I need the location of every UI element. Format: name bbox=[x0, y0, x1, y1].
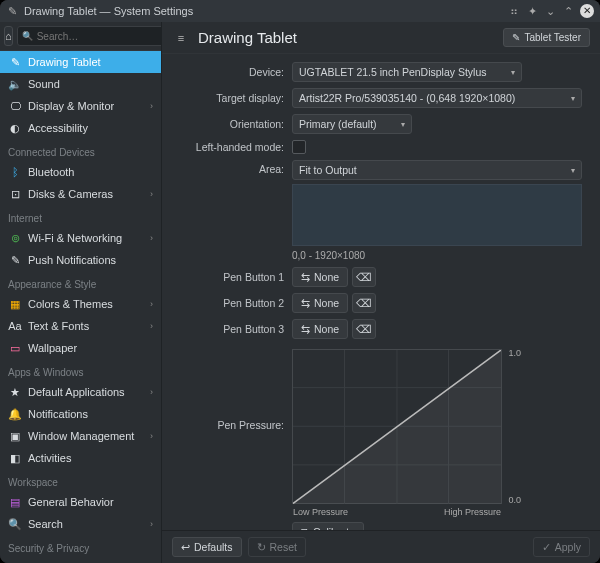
pen-button-1-clear[interactable]: ⌫ bbox=[352, 267, 376, 287]
pressure-curve-graph bbox=[293, 350, 501, 504]
sidebar-item-label: Text & Fonts bbox=[28, 320, 89, 332]
sidebar-item-colors[interactable]: ▦Colors & Themes› bbox=[0, 293, 161, 315]
pen-button-2-binding[interactable]: ⇆None bbox=[292, 293, 348, 313]
label: Device: bbox=[166, 66, 292, 78]
defaults-button[interactable]: ↩Defaults bbox=[172, 537, 242, 557]
sidebar-item-search[interactable]: 🔍Search› bbox=[0, 513, 161, 535]
home-icon: ⌂ bbox=[5, 30, 12, 42]
left-handed-checkbox[interactable] bbox=[292, 140, 306, 154]
pen-button-3-binding[interactable]: ⇆None bbox=[292, 319, 348, 339]
target-display-select[interactable]: Artist22R Pro/539035140 - (0,648 1920×10… bbox=[292, 88, 582, 108]
pen-button-1-binding[interactable]: ⇆None bbox=[292, 267, 348, 287]
colors-icon: ▦ bbox=[8, 297, 22, 311]
chevron-right-icon: › bbox=[150, 101, 153, 111]
label: Orientation: bbox=[166, 118, 292, 130]
sound-icon: 🔈 bbox=[8, 77, 22, 91]
sidebar-item-label: Wallpaper bbox=[28, 342, 77, 354]
label: Pen Pressure: bbox=[166, 349, 292, 431]
sidebar-item-label: Drawing Tablet bbox=[28, 56, 101, 68]
apply-button: ✓Apply bbox=[533, 537, 590, 557]
wallpaper-icon: ▭ bbox=[8, 341, 22, 355]
close-icon[interactable]: ✕ bbox=[580, 4, 594, 18]
clear-icon: ⌫ bbox=[356, 297, 372, 309]
chevron-down-icon: ▾ bbox=[571, 94, 575, 103]
label: Pen Button 3 bbox=[166, 323, 292, 335]
text-icon: Aa bbox=[8, 319, 22, 333]
chevron-right-icon: › bbox=[150, 233, 153, 243]
sidebar-item-default-apps[interactable]: ★Default Applications› bbox=[0, 381, 161, 403]
sidebar-item-disks[interactable]: ⊡Disks & Cameras› bbox=[0, 183, 161, 205]
app-icon: ✎ bbox=[6, 5, 18, 17]
orientation-select[interactable]: Primary (default)▾ bbox=[292, 114, 412, 134]
tablet-tester-button[interactable]: ✎ Tablet Tester bbox=[503, 28, 590, 47]
window-title: Drawing Tablet — System Settings bbox=[24, 5, 502, 17]
label: Left-handed mode: bbox=[166, 141, 292, 153]
accessibility-icon: ◐ bbox=[8, 121, 22, 135]
pressure-curve[interactable]: 1.0 0.0 Low Pressure High Pressure bbox=[292, 349, 502, 504]
device-select[interactable]: UGTABLET 21.5 inch PenDisplay Stylus▾ bbox=[292, 62, 522, 82]
sidebar-item-drawing-tablet[interactable]: ✎Drawing Tablet bbox=[0, 51, 161, 73]
drawing-tablet-icon: ✎ bbox=[8, 55, 22, 69]
sidebar-item-text[interactable]: AaText & Fonts› bbox=[0, 315, 161, 337]
chevron-right-icon: › bbox=[150, 189, 153, 199]
general-icon: ▤ bbox=[8, 495, 22, 509]
maximize-icon[interactable]: ⌃ bbox=[562, 5, 574, 17]
sidebar-item-label: Sound bbox=[28, 78, 60, 90]
chevron-down-icon: ▾ bbox=[511, 68, 515, 77]
sidebar-item-bluetooth[interactable]: ᛒBluetooth bbox=[0, 161, 161, 183]
sidebar-category: Apps & Windows bbox=[0, 359, 161, 381]
minimize-icon[interactable]: ⌄ bbox=[544, 5, 556, 17]
sidebar-item-label: General Behavior bbox=[28, 496, 114, 508]
clear-icon: ⌫ bbox=[356, 323, 372, 335]
sidebar-item-sound[interactable]: 🔈Sound bbox=[0, 73, 161, 95]
sidebar-item-accessibility[interactable]: ◐Accessibility bbox=[0, 117, 161, 139]
sidebar-item-display[interactable]: 🖵Display & Monitor› bbox=[0, 95, 161, 117]
spark-icon[interactable]: ✦ bbox=[526, 5, 538, 17]
search-field[interactable]: 🔍 bbox=[17, 26, 162, 46]
sidebar-item-push[interactable]: ✎Push Notifications bbox=[0, 249, 161, 271]
sidebar-item-label: Disks & Cameras bbox=[28, 188, 113, 200]
area-preview[interactable] bbox=[292, 184, 582, 246]
sidebar-item-wifi[interactable]: ⊚Wi-Fi & Networking› bbox=[0, 227, 161, 249]
sidebar-item-label: Colors & Themes bbox=[28, 298, 113, 310]
pen-icon: ✎ bbox=[512, 32, 520, 43]
reset-icon: ↻ bbox=[257, 541, 266, 553]
calibrate-button[interactable]: ⧉Calibrate bbox=[292, 522, 364, 530]
sidebar-item-screen-lock[interactable]: 🖵Screen Locking bbox=[0, 557, 161, 563]
sidebar-item-label: Notifications bbox=[28, 408, 88, 420]
sidebar-item-label: Accessibility bbox=[28, 122, 88, 134]
footer: ↩Defaults ↻Reset ✓Apply bbox=[162, 530, 600, 563]
sidebar-item-label: Wi-Fi & Networking bbox=[28, 232, 122, 244]
display-icon: 🖵 bbox=[8, 99, 22, 113]
pen-button-3-clear[interactable]: ⌫ bbox=[352, 319, 376, 339]
sidebar-item-wallpaper[interactable]: ▭Wallpaper bbox=[0, 337, 161, 359]
chevron-down-icon: ▾ bbox=[571, 166, 575, 175]
area-select[interactable]: Fit to Output▾ bbox=[292, 160, 582, 180]
hamburger-icon[interactable]: ≡ bbox=[172, 29, 190, 47]
sidebar-category: Appearance & Style bbox=[0, 271, 161, 293]
wifi-icon: ⊚ bbox=[8, 231, 22, 245]
home-button[interactable]: ⌂ bbox=[4, 26, 13, 46]
pin-icon[interactable]: ⠶ bbox=[508, 5, 520, 17]
sidebar-item-activities[interactable]: ◧Activities bbox=[0, 447, 161, 469]
chevron-right-icon: › bbox=[150, 431, 153, 441]
sidebar-item-label: Display & Monitor bbox=[28, 100, 114, 112]
default-apps-icon: ★ bbox=[8, 385, 22, 399]
sidebar-category: Connected Devices bbox=[0, 139, 161, 161]
sidebar-category: Internet bbox=[0, 205, 161, 227]
sidebar-item-notifications[interactable]: 🔔Notifications bbox=[0, 403, 161, 425]
search-icon: 🔍 bbox=[22, 31, 33, 41]
swap-icon: ⇆ bbox=[301, 323, 310, 335]
label: Pen Button 1 bbox=[166, 271, 292, 283]
search-input[interactable] bbox=[37, 31, 162, 42]
sidebar-item-general[interactable]: ▤General Behavior bbox=[0, 491, 161, 513]
pen-button-2-clear[interactable]: ⌫ bbox=[352, 293, 376, 313]
sidebar-category: Workspace bbox=[0, 469, 161, 491]
search-icon: 🔍 bbox=[8, 517, 22, 531]
bluetooth-icon: ᛒ bbox=[8, 165, 22, 179]
chevron-right-icon: › bbox=[150, 387, 153, 397]
chevron-down-icon: ▾ bbox=[401, 120, 405, 129]
chevron-right-icon: › bbox=[150, 299, 153, 309]
sidebar-item-window-mgmt[interactable]: ▣Window Management› bbox=[0, 425, 161, 447]
window-mgmt-icon: ▣ bbox=[8, 429, 22, 443]
